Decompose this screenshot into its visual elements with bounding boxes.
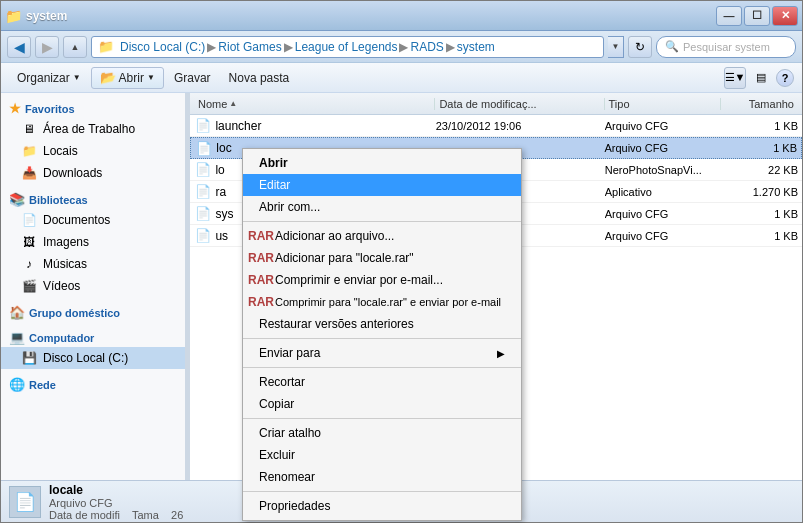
file-type: Aplicativo <box>605 186 721 198</box>
col-name-header[interactable]: Nome ▲ <box>194 98 435 110</box>
open-button[interactable]: 📂 Abrir ▼ <box>91 67 164 89</box>
forward-button[interactable]: ▶ <box>35 36 59 58</box>
file-size: 1 KB <box>721 120 798 132</box>
up-button[interactable]: ▲ <box>63 36 87 58</box>
crumb-lol[interactable]: League of Legends <box>295 40 398 54</box>
address-dropdown[interactable]: ▼ <box>608 36 624 58</box>
col-date-header[interactable]: Data de modificaç... <box>435 98 604 110</box>
sidebar-header-computador: 💻 Computador <box>1 326 185 347</box>
ctx-item-restaurar[interactable]: Restaurar versões anteriores <box>243 313 521 335</box>
ctx-item-adicionar-locale[interactable]: RAR Adicionar para "locale.rar" <box>243 247 521 269</box>
back-button[interactable]: ◀ <box>7 36 31 58</box>
sidebar: ★ Favoritos 🖥 Área de Trabalho 📁 Locais … <box>1 93 186 480</box>
col-type-header[interactable]: Tipo <box>605 98 721 110</box>
file-icon: 📄 <box>194 227 211 245</box>
file-type: Arquivo CFG <box>605 208 721 220</box>
rede-icon: 🌐 <box>9 377 25 392</box>
sidebar-item-imagens[interactable]: 🖼 Imagens <box>1 231 185 253</box>
address-path: 📁 Disco Local (C:) ▶ Riot Games ▶ League… <box>98 39 495 54</box>
ctx-separator <box>243 491 521 492</box>
rar-icon: RAR <box>251 226 271 246</box>
ctx-label: Editar <box>259 178 290 192</box>
sidebar-item-downloads[interactable]: 📥 Downloads <box>1 162 185 184</box>
rede-label: Rede <box>29 379 56 391</box>
open-label: Abrir <box>119 71 144 85</box>
sidebar-section-grupo: 🏠 Grupo doméstico <box>1 301 185 322</box>
sidebar-item-locais[interactable]: 📁 Locais <box>1 140 185 162</box>
col-type-label: Tipo <box>609 98 630 110</box>
col-size-header[interactable]: Tamanho <box>721 98 798 110</box>
ctx-label: Abrir com... <box>259 200 320 214</box>
sidebar-item-desktop[interactable]: 🖥 Área de Trabalho <box>1 118 185 140</box>
open-icon: 📂 <box>100 70 116 85</box>
rar-icon: RAR <box>251 270 271 290</box>
ctx-item-adicionar-arquivo[interactable]: RAR Adicionar ao arquivo... <box>243 225 521 247</box>
file-type: Arquivo CFG <box>604 142 720 154</box>
favoritos-icon: ★ <box>9 101 21 116</box>
preview-pane-button[interactable]: ▤ <box>750 67 772 89</box>
favoritos-label: Favoritos <box>25 103 75 115</box>
table-row[interactable]: 📄 launcher 23/10/2012 19:06 Arquivo CFG … <box>190 115 802 137</box>
organize-button[interactable]: Organizar ▼ <box>9 67 89 89</box>
status-date-value: 26 <box>171 509 183 521</box>
ctx-item-propriedades[interactable]: Propriedades <box>243 495 521 517</box>
sidebar-item-disco-local[interactable]: 💾 Disco Local (C:) <box>1 347 185 369</box>
ctx-item-copiar[interactable]: Copiar <box>243 393 521 415</box>
crumb-rads[interactable]: RADS <box>410 40 443 54</box>
sidebar-item-documentos[interactable]: 📄 Documentos <box>1 209 185 231</box>
ctx-item-recortar[interactable]: Recortar <box>243 371 521 393</box>
new-folder-button[interactable]: Nova pasta <box>221 67 298 89</box>
view-options-button[interactable]: ☰▼ <box>724 67 746 89</box>
col-date-label: Data de modificaç... <box>439 98 536 110</box>
file-icon: 📄 <box>195 139 212 157</box>
ctx-item-criar-atalho[interactable]: Criar atalho <box>243 422 521 444</box>
sidebar-item-videos[interactable]: 🎬 Vídeos <box>1 275 185 297</box>
ctx-label: Enviar para <box>259 346 320 360</box>
ctx-item-excluir[interactable]: Excluir <box>243 444 521 466</box>
crumb-system[interactable]: system <box>457 40 495 54</box>
ctx-item-renomear[interactable]: Renomear <box>243 466 521 488</box>
crumb-riotgames[interactable]: Riot Games <box>218 40 281 54</box>
minimize-button[interactable]: — <box>716 6 742 26</box>
ctx-item-enviar-para[interactable]: Enviar para ▶ <box>243 342 521 364</box>
search-box[interactable]: 🔍 Pesquisar system <box>656 36 796 58</box>
file-date: 23/10/2012 19:06 <box>436 120 605 132</box>
ctx-label: Renomear <box>259 470 315 484</box>
sidebar-item-label: Documentos <box>43 213 110 227</box>
ctx-separator <box>243 338 521 339</box>
ctx-item-editar[interactable]: Editar <box>243 174 521 196</box>
col-size-label: Tamanho <box>749 98 794 110</box>
file-type: Arquivo CFG <box>605 120 721 132</box>
context-menu: Abrir Editar Abrir com... RAR Adicionar … <box>242 148 522 521</box>
burn-label: Gravar <box>174 71 211 85</box>
rar-icon: RAR <box>251 292 271 312</box>
burn-button[interactable]: Gravar <box>166 67 219 89</box>
documentos-icon: 📄 <box>21 212 37 228</box>
close-button[interactable]: ✕ <box>772 6 798 26</box>
sidebar-item-label: Locais <box>43 144 78 158</box>
crumb-c[interactable]: Disco Local (C:) <box>120 40 205 54</box>
ctx-item-abrir-com[interactable]: Abrir com... <box>243 196 521 218</box>
status-size-label: Tama <box>132 509 159 521</box>
rar-icon: RAR <box>251 248 271 268</box>
status-file-type: Arquivo CFG <box>49 497 183 509</box>
ctx-item-comprimir-email[interactable]: RAR Comprimir e enviar por e-mail... <box>243 269 521 291</box>
sidebar-header-bibliotecas: 📚 Bibliotecas <box>1 188 185 209</box>
maximize-button[interactable]: ☐ <box>744 6 770 26</box>
ctx-label: Comprimir e enviar por e-mail... <box>275 273 443 287</box>
file-size: 1 KB <box>720 142 797 154</box>
refresh-button[interactable]: ↻ <box>628 36 652 58</box>
ctx-separator <box>243 367 521 368</box>
address-box[interactable]: 📁 Disco Local (C:) ▶ Riot Games ▶ League… <box>91 36 604 58</box>
file-size: 1 KB <box>721 208 798 220</box>
sidebar-section-bibliotecas: 📚 Bibliotecas 📄 Documentos 🖼 Imagens ♪ M… <box>1 188 185 297</box>
file-icon: 📄 <box>194 183 211 201</box>
grupo-label: Grupo doméstico <box>29 307 120 319</box>
sidebar-item-musicas[interactable]: ♪ Músicas <box>1 253 185 275</box>
ctx-item-abrir[interactable]: Abrir <box>243 152 521 174</box>
ctx-item-comprimir-locale-email[interactable]: RAR Comprimir para "locale.rar" e enviar… <box>243 291 521 313</box>
help-button[interactable]: ? <box>776 69 794 87</box>
status-file-name: locale <box>49 483 183 497</box>
sidebar-item-label: Área de Trabalho <box>43 122 135 136</box>
videos-icon: 🎬 <box>21 278 37 294</box>
